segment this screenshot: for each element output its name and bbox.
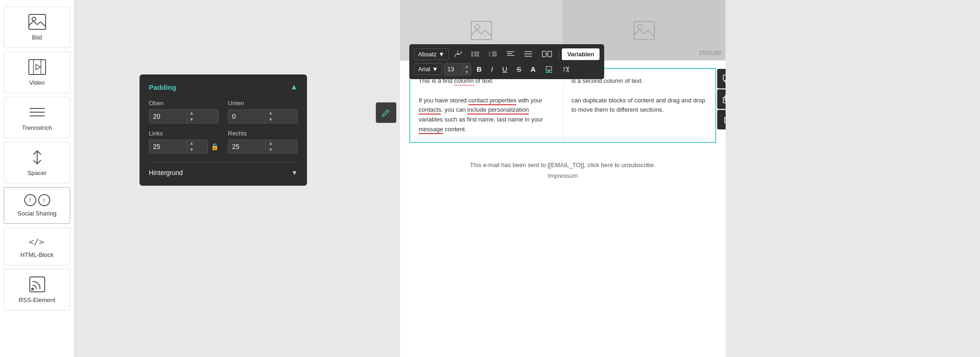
sidebar-label-video: Video: [29, 79, 45, 86]
text-col-2[interactable]: is a second column of text. can duplicat…: [563, 69, 716, 142]
right-action-buttons: [717, 69, 726, 129]
svg-rect-42: [634, 21, 654, 40]
font-dropdown[interactable]: Arial ▼: [414, 63, 442, 75]
padding-rechts-down[interactable]: ▼: [266, 147, 275, 153]
impressum-text: Impressum: [414, 172, 712, 179]
sidebar-item-bild[interactable]: Bild: [4, 7, 70, 48]
edit-pencil-button[interactable]: [376, 102, 396, 123]
rss-icon: [29, 276, 46, 293]
svg-rect-31: [542, 51, 546, 57]
sidebar-label-html: HTML-Block: [20, 251, 54, 258]
bold-btn[interactable]: B: [473, 63, 486, 75]
underline-btn[interactable]: U: [499, 63, 511, 75]
variables-button[interactable]: Variablen: [562, 48, 600, 60]
font-size-control: ▲ ▼: [444, 63, 471, 75]
svg-rect-36: [546, 72, 552, 73]
font-size-down[interactable]: ▼: [463, 69, 471, 75]
padding-links-down[interactable]: ▼: [187, 147, 196, 153]
sidebar-item-html-block[interactable]: </> HTML-Block: [4, 228, 70, 265]
image-icon: [28, 13, 47, 30]
image-placeholder-icon-right: [633, 20, 656, 41]
email-footer: This e-mail has been sent to [[EMAIL_TO]…: [400, 150, 726, 184]
highlight-btn[interactable]: [541, 63, 556, 75]
italic-btn[interactable]: I: [487, 63, 497, 75]
padding-rechts-label: Rechts: [228, 130, 298, 137]
trash-icon: [723, 115, 726, 124]
font-size-input[interactable]: [445, 64, 462, 75]
svg-text:3.: 3.: [489, 54, 491, 57]
svg-text:T: T: [562, 66, 567, 73]
sidebar-label-social-sharing: Social Sharing: [18, 210, 57, 217]
align-left-icon: [507, 51, 515, 57]
clear-format-btn[interactable]: T: [558, 63, 573, 75]
merge-btn[interactable]: [538, 48, 556, 60]
social-icon: f t: [24, 194, 50, 206]
video-icon: [28, 59, 47, 75]
font-color-btn[interactable]: A: [527, 63, 540, 75]
align-left-btn[interactable]: [503, 48, 519, 60]
highlight-icon: [545, 66, 553, 73]
text-col-1[interactable]: This is a first column of text. If you h…: [410, 69, 563, 142]
svg-rect-32: [548, 51, 552, 57]
indent-btn[interactable]: [520, 48, 536, 60]
image-placeholder-icon-left: [470, 20, 493, 41]
footer-text: This e-mail has been sent to [[EMAIL_TO]…: [414, 162, 712, 168]
duplicate-icon: [723, 95, 726, 103]
sidebar-label-bild: Bild: [32, 34, 42, 41]
image-size-label: 250X160: [699, 50, 721, 56]
comment-btn[interactable]: [717, 69, 726, 88]
font-size-up[interactable]: ▲: [463, 64, 471, 69]
padding-links-input[interactable]: [149, 140, 187, 153]
svg-rect-2: [29, 60, 46, 74]
strikethrough-btn[interactable]: S: [513, 63, 525, 75]
svg-rect-40: [471, 21, 492, 40]
sidebar-item-trennstrich[interactable]: Trennstrich: [4, 97, 70, 138]
duplicate-btn[interactable]: [717, 89, 726, 109]
svg-rect-44: [723, 75, 726, 81]
svg-point-43: [638, 25, 642, 29]
pencil-icon: [381, 108, 391, 117]
link-btn[interactable]: [451, 48, 466, 60]
sidebar-item-spacer[interactable]: Spacer: [4, 142, 70, 183]
svg-point-41: [475, 25, 480, 29]
clear-format-icon: T: [562, 66, 569, 73]
svg-point-15: [471, 55, 473, 57]
paragraph-dropdown[interactable]: Absatz ▼: [414, 48, 449, 60]
padding-oben-down[interactable]: ▼: [187, 116, 196, 123]
text-toolbar: Absatz ▼: [409, 44, 604, 79]
ul-btn[interactable]: [467, 48, 483, 60]
svg-rect-47: [725, 118, 726, 123]
hintergrund-label: Hintergrund: [149, 169, 183, 176]
ol-icon: 1. 2. 3.: [489, 51, 497, 57]
padding-links-field: Links ▲ ▼ 🔒: [149, 130, 219, 154]
sidebar-item-rss-element[interactable]: RSS-Element: [4, 269, 70, 310]
indent-icon: [524, 51, 533, 57]
padding-oben-up[interactable]: ▲: [187, 110, 196, 116]
divider-icon: [28, 104, 47, 121]
svg-marker-5: [36, 64, 40, 70]
padding-unten-input[interactable]: [228, 110, 266, 123]
padding-collapse-button[interactable]: ▲: [290, 83, 298, 91]
svg-point-1: [32, 17, 36, 21]
ol-btn[interactable]: 1. 2. 3.: [485, 48, 501, 60]
ul-icon: [471, 51, 480, 57]
svg-text:</>: </>: [29, 237, 44, 247]
padding-oben-input[interactable]: [149, 110, 187, 123]
padding-unten-down[interactable]: ▼: [266, 116, 275, 123]
padding-unten-up[interactable]: ▲: [266, 110, 275, 116]
spacer-icon: [28, 149, 47, 166]
padding-rechts-up[interactable]: ▲: [266, 140, 275, 147]
padding-popup-title: Padding: [149, 83, 176, 91]
padding-rechts-input[interactable]: [228, 140, 266, 153]
lock-icon: 🔒: [211, 143, 219, 150]
padding-links-up[interactable]: ▲: [187, 140, 196, 147]
svg-rect-46: [725, 95, 726, 101]
text-columns: This is a first column of text. If you h…: [410, 69, 715, 142]
html-icon: </>: [28, 235, 47, 248]
main-area: Padding ▲ Oben ▲ ▼ Unten: [74, 0, 980, 357]
sidebar-item-video[interactable]: Video: [4, 52, 70, 93]
delete-btn[interactable]: [717, 110, 726, 129]
text-columns-container: This is a first column of text. If you h…: [409, 68, 716, 143]
sidebar-item-social-sharing[interactable]: f t Social Sharing: [4, 187, 70, 224]
hintergrund-toggle[interactable]: ▼: [291, 169, 298, 176]
